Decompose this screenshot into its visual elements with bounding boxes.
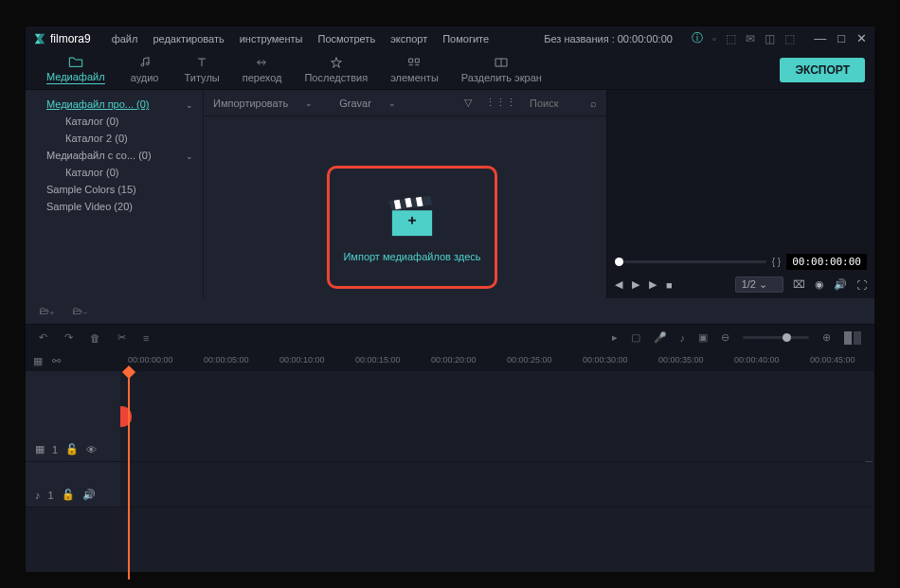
manage-tracks-icon[interactable]: ▦	[33, 355, 43, 367]
search-icon[interactable]: ⌕	[590, 98, 597, 109]
sidebar-item[interactable]: Медиафайл с со... (0)⌄	[26, 147, 203, 164]
main-menu: файл редактировать инструменты Посмотрет…	[106, 30, 495, 47]
track-marker[interactable]	[120, 406, 132, 427]
video-track[interactable]: ▦ 1 🔓 👁	[26, 371, 874, 462]
record-dropdown[interactable]: Gravar⌄	[339, 98, 396, 109]
minimize-button[interactable]: —	[814, 31, 826, 45]
record-vo-icon[interactable]: 🎤	[654, 331, 667, 344]
tab-media[interactable]: Медиафайл	[35, 51, 117, 88]
effects-icon	[329, 56, 344, 69]
import-dropdown[interactable]: Импортировать⌄	[213, 98, 313, 109]
tab-split-screen[interactable]: Разделить экран	[450, 52, 553, 87]
media-sidebar: Медиафайл про... (0)⌄ Каталог (0) Катало…	[26, 90, 203, 298]
zoom-out-icon[interactable]: ⊖	[721, 331, 729, 344]
notification-icon[interactable]: ◫	[765, 32, 775, 45]
next-button[interactable]: ▶	[649, 278, 657, 291]
chevron-down-icon: ⌄	[186, 100, 193, 110]
menu-export[interactable]: экспорт	[385, 30, 433, 47]
render-icon[interactable]: ▸	[612, 331, 618, 344]
adjust-button[interactable]: ≡	[143, 332, 149, 344]
transition-icon	[255, 56, 270, 69]
volume-icon[interactable]: 🔊	[834, 278, 847, 291]
media-toolbar: Импортировать⌄ Gravar⌄ ▽ ⋮⋮⋮ ⌕	[204, 90, 606, 116]
audio-track[interactable]: ♪ 1 🔓 🔊	[26, 462, 874, 508]
view-toggle[interactable]	[844, 331, 861, 345]
redo-button[interactable]: ↷	[64, 331, 73, 344]
audio-track-icon: ♪	[35, 490, 41, 501]
tab-transitions[interactable]: переход	[231, 52, 294, 87]
tab-titles[interactable]: Титулы	[173, 52, 231, 87]
timeline-toolbar: ↶ ↷ 🗑 ✂ ≡ ▸ ▢ 🎤 ♪ ▣ ⊖ ⊕	[26, 324, 874, 351]
timeline-tracks: ▦ 1 🔓 👁 ♪ 1 🔓 🔊	[26, 371, 874, 572]
prev-button[interactable]: ◀	[615, 278, 622, 291]
folder-icon	[68, 55, 83, 68]
menu-view[interactable]: Посмотреть	[313, 30, 382, 47]
tab-audio[interactable]: аудио	[117, 52, 173, 87]
mute-icon[interactable]: 🔊	[82, 489, 96, 501]
user-icon[interactable]: ◦	[712, 32, 716, 45]
sidebar-item[interactable]: Каталог 2 (0)	[26, 130, 203, 147]
sidebar-item[interactable]: Медиафайл про... (0)⌄	[26, 96, 203, 113]
grid-view-icon[interactable]: ⋮⋮⋮	[485, 97, 516, 109]
sidebar-item[interactable]: Sample Video (20)	[26, 198, 203, 215]
audio-mixer-icon[interactable]: ♪	[680, 332, 686, 344]
message-icon[interactable]: ✉	[746, 32, 755, 45]
import-drop-zone[interactable]: Импорт медиафайлов здесь	[327, 166, 497, 289]
project-title: Без названия : 00:00:00:00	[544, 33, 673, 45]
marker-icon[interactable]: ▢	[631, 331, 640, 344]
folder-actions: 🗁₊ 🗁₋	[26, 298, 874, 324]
search-input[interactable]	[530, 98, 577, 109]
preview-brackets: { }	[772, 257, 781, 267]
filter-icon[interactable]: ▽	[464, 97, 472, 109]
info-icon[interactable]: ⓘ	[692, 30, 703, 46]
sidebar-item[interactable]: Каталог (0)	[26, 164, 203, 181]
preview-panel: { } 00:00:00:00 ◀ ▶ ▶ ■ 1/2 ⌄ ⌧ ◉ 🔊 ⛶	[606, 90, 874, 298]
lock-icon[interactable]: 🔓	[62, 489, 75, 501]
play-button[interactable]: ▶	[632, 278, 639, 291]
zoom-in-icon[interactable]: ⊕	[822, 331, 831, 344]
undo-button[interactable]: ↶	[39, 331, 47, 344]
clapper-icon	[385, 192, 440, 238]
playhead[interactable]	[128, 371, 130, 579]
stop-button[interactable]: ■	[666, 279, 673, 291]
sidebar-item[interactable]: Каталог (0)	[26, 113, 203, 130]
lock-icon[interactable]: 🔓	[65, 443, 79, 455]
app-logo: filmora9	[33, 32, 91, 45]
chevron-down-icon: ⌄	[388, 98, 396, 108]
svg-rect-6	[411, 217, 413, 224]
music-icon	[137, 56, 153, 69]
tab-effects[interactable]: Последствия	[293, 52, 379, 87]
menu-file[interactable]: файл	[106, 30, 144, 47]
drop-zone-text: Импорт медиафайлов здесь	[343, 251, 480, 262]
zoom-slider[interactable]	[743, 336, 809, 339]
chevron-down-icon: ⌄	[186, 151, 193, 161]
elements-icon	[406, 56, 422, 69]
remove-folder-icon[interactable]: 🗁₋	[72, 305, 88, 317]
link-icon[interactable]: ⚯	[52, 355, 61, 367]
cut-button[interactable]: ✂	[117, 331, 126, 344]
screenshot-icon[interactable]: ⌧	[793, 278, 805, 291]
delete-button[interactable]: 🗑	[90, 332, 100, 344]
menu-help[interactable]: Помогите	[437, 30, 495, 47]
fullscreen-icon[interactable]: ⛶	[856, 279, 867, 291]
menu-tools[interactable]: инструменты	[234, 30, 309, 47]
zoom-select[interactable]: 1/2 ⌄	[735, 276, 783, 293]
close-button[interactable]: ✕	[856, 31, 867, 45]
visibility-icon[interactable]: 👁	[86, 444, 97, 455]
mic-icon[interactable]: ⬚	[784, 32, 795, 45]
video-track-icon: ▦	[35, 443, 45, 455]
camera-icon[interactable]: ◉	[815, 278, 824, 291]
timeline-ruler[interactable]: ▦ ⚯ 00:00:00:00 00:00:05:00 00:00:10:00 …	[26, 351, 874, 371]
tool-tabs: Медиафайл аудио Титулы переход Последств…	[26, 50, 874, 90]
menu-edit[interactable]: редактировать	[147, 30, 229, 47]
crop-icon[interactable]: ▣	[698, 331, 708, 344]
export-button[interactable]: ЭКСПОРТ	[780, 58, 865, 82]
maximize-button[interactable]: □	[837, 31, 845, 45]
preview-progress[interactable]	[615, 260, 766, 263]
cart-icon[interactable]: ⬚	[726, 32, 736, 45]
title-bar: filmora9 файл редактировать инструменты …	[26, 27, 874, 50]
track-number: 1	[52, 444, 58, 455]
sidebar-item[interactable]: Sample Colors (15)	[26, 181, 203, 198]
add-folder-icon[interactable]: 🗁₊	[39, 305, 55, 317]
tab-elements[interactable]: элементы	[379, 52, 450, 87]
